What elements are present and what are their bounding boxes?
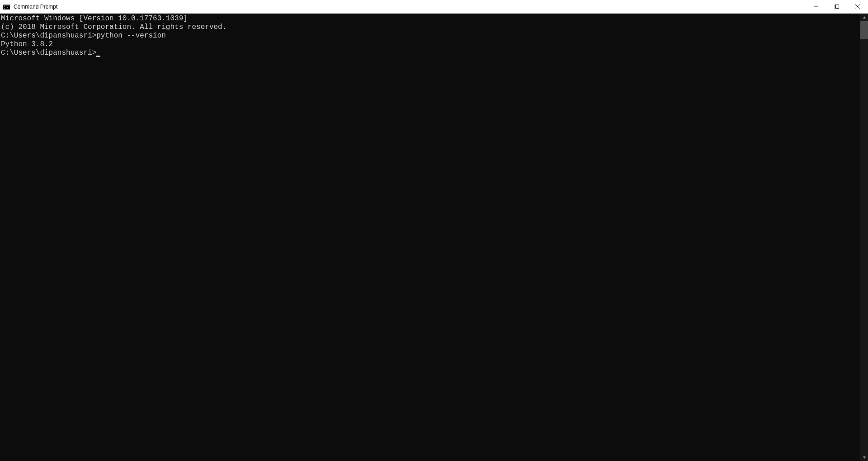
svg-text:C:\: C:\ [4, 6, 9, 9]
terminal-line: C:\Users\dipanshuasri>python --version [1, 32, 860, 40]
svg-rect-1 [3, 4, 10, 5]
window-title: Command Prompt [14, 4, 57, 10]
content-area: Microsoft Windows [Version 10.0.17763.10… [0, 14, 868, 461]
terminal-prompt: C:\Users\dipanshuasri> [1, 49, 96, 57]
svg-rect-5 [835, 5, 839, 8]
maximize-button[interactable] [826, 0, 847, 13]
cursor-icon [96, 56, 100, 57]
app-icon: C:\ [3, 3, 10, 10]
vertical-scrollbar[interactable] [860, 14, 868, 461]
titlebar-left: C:\ Command Prompt [0, 3, 57, 10]
scroll-down-button[interactable] [860, 453, 868, 461]
scrollbar-thumb[interactable] [860, 21, 868, 39]
terminal-line: (c) 2018 Microsoft Corporation. All righ… [1, 23, 860, 32]
terminal-line: Microsoft Windows [Version 10.0.17763.10… [1, 14, 860, 23]
scroll-up-button[interactable] [860, 14, 868, 21]
scrollbar-track[interactable] [860, 21, 868, 453]
terminal-current-line: C:\Users\dipanshuasri> [1, 49, 860, 57]
svg-marker-10 [863, 456, 866, 459]
terminal-line: Python 3.8.2 [1, 40, 860, 49]
command-prompt-window: C:\ Command Prompt [0, 0, 868, 461]
minimize-button[interactable] [806, 0, 826, 13]
window-controls [806, 0, 868, 13]
titlebar[interactable]: C:\ Command Prompt [0, 0, 868, 14]
close-button[interactable] [847, 0, 868, 13]
terminal-output[interactable]: Microsoft Windows [Version 10.0.17763.10… [0, 14, 860, 461]
svg-marker-9 [863, 16, 866, 19]
